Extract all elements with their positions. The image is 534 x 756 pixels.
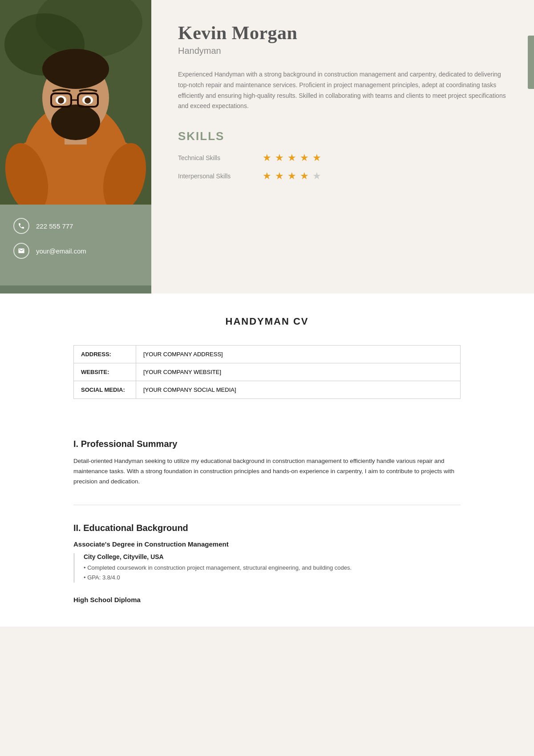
- star-2: ★: [275, 152, 284, 164]
- phone-contact-item: 222 555 777: [13, 218, 138, 234]
- star-2: ★: [275, 170, 284, 182]
- svg-point-7: [42, 49, 109, 89]
- star-1: ★: [263, 170, 271, 182]
- phone-icon: [13, 218, 29, 234]
- person-name: Kevin Morgan: [178, 22, 507, 44]
- star-5-empty: ★: [312, 170, 321, 182]
- educational-background-heading: II. Educational Background: [73, 523, 461, 533]
- star-3: ★: [287, 152, 296, 164]
- website-empty: [283, 363, 461, 381]
- address-key: ADDRESS:: [74, 346, 136, 363]
- social-key: SOCIAL MEDIA:: [74, 381, 136, 399]
- profile-photo: [0, 0, 151, 205]
- resume-card: 222 555 777 your@email.com Kevin Morgan …: [0, 0, 534, 294]
- svg-point-14: [58, 97, 64, 104]
- education-detail-2: • GPA: 3.8/4.0: [84, 573, 461, 583]
- sidebar-tab: [528, 36, 534, 89]
- svg-point-16: [62, 109, 89, 120]
- school-name: City College, Cityville, USA: [84, 553, 461, 560]
- social-empty: [283, 381, 461, 399]
- interpersonal-skills-stars: ★ ★ ★ ★ ★: [263, 170, 321, 182]
- person-bio: Experienced Handyman with a strong backg…: [178, 69, 507, 112]
- professional-summary-section: I. Professional Summary Detail-oriented …: [73, 421, 461, 505]
- right-panel: Kevin Morgan Handyman Experienced Handym…: [151, 0, 534, 294]
- skills-title: SKILLS: [178, 129, 507, 143]
- education-item-college: City College, Cityville, USA • Completed…: [73, 553, 461, 583]
- star-3: ★: [287, 170, 296, 182]
- skills-section: SKILLS Technical Skills ★ ★ ★ ★ ★ Interp…: [178, 129, 507, 182]
- person-title: Handyman: [178, 46, 507, 56]
- website-key: WEBSITE:: [74, 363, 136, 381]
- educational-background-section: II. Educational Background Associate's D…: [73, 505, 461, 627]
- profile-image: [0, 0, 151, 205]
- star-4: ★: [300, 170, 309, 182]
- email-address: your@email.com: [36, 247, 86, 255]
- svg-point-15: [85, 97, 91, 104]
- document-title: HANDYMAN CV: [73, 294, 461, 345]
- address-empty: [283, 346, 461, 363]
- address-value: [YOUR COMPANY ADDRESS]: [136, 346, 283, 363]
- email-contact-item: your@email.com: [13, 243, 138, 259]
- table-row: SOCIAL MEDIA: [YOUR COMPANY SOCIAL MEDIA…: [74, 381, 461, 399]
- interpersonal-skills-row: Interpersonal Skills ★ ★ ★ ★ ★: [178, 170, 507, 182]
- phone-number: 222 555 777: [36, 222, 73, 230]
- education-detail-1: • Completed coursework in construction p…: [84, 563, 461, 573]
- diploma-title: High School Diploma: [73, 596, 461, 603]
- document-section: HANDYMAN CV ADDRESS: [YOUR COMPANY ADDRE…: [0, 294, 534, 627]
- email-icon: [13, 243, 29, 259]
- technical-skills-stars: ★ ★ ★ ★ ★: [263, 152, 321, 164]
- star-5: ★: [312, 152, 321, 164]
- star-1: ★: [263, 152, 271, 164]
- star-4: ★: [300, 152, 309, 164]
- contact-info: 222 555 777 your@email.com: [0, 205, 151, 286]
- professional-summary-heading: I. Professional Summary: [73, 439, 461, 449]
- social-value: [YOUR COMPANY SOCIAL MEDIA]: [136, 381, 283, 399]
- contact-table: ADDRESS: [YOUR COMPANY ADDRESS] WEBSITE:…: [73, 345, 461, 399]
- table-row: WEBSITE: [YOUR COMPANY WEBSITE]: [74, 363, 461, 381]
- left-bottom-bar: [0, 286, 151, 294]
- table-row: ADDRESS: [YOUR COMPANY ADDRESS]: [74, 346, 461, 363]
- interpersonal-skills-label: Interpersonal Skills: [178, 173, 249, 180]
- website-value: [YOUR COMPANY WEBSITE]: [136, 363, 283, 381]
- left-panel: 222 555 777 your@email.com: [0, 0, 151, 294]
- degree-title: Associate's Degree in Construction Manag…: [73, 540, 461, 548]
- professional-summary-body: Detail-oriented Handyman seeking to util…: [73, 456, 461, 487]
- technical-skills-label: Technical Skills: [178, 154, 249, 161]
- technical-skills-row: Technical Skills ★ ★ ★ ★ ★: [178, 152, 507, 164]
